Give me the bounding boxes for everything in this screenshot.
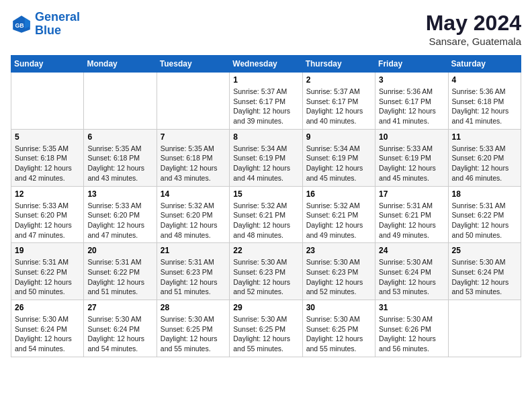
calendar-cell <box>11 73 84 130</box>
day-number: 8 <box>233 132 298 142</box>
day-info: Sunrise: 5:34 AM Sunset: 6:19 PM Dayligh… <box>233 144 298 183</box>
day-number: 16 <box>306 189 371 199</box>
week-row-5: 26Sunrise: 5:30 AM Sunset: 6:24 PM Dayli… <box>11 300 521 357</box>
day-info: Sunrise: 5:30 AM Sunset: 6:24 PM Dayligh… <box>452 257 517 297</box>
day-info: Sunrise: 5:33 AM Sunset: 6:20 PM Dayligh… <box>452 144 517 183</box>
day-number: 25 <box>452 246 517 255</box>
day-number: 6 <box>87 132 152 142</box>
day-number: 14 <box>161 189 226 199</box>
calendar-cell: 25Sunrise: 5:30 AM Sunset: 6:24 PM Dayli… <box>448 243 521 300</box>
col-friday: Friday <box>375 56 448 73</box>
day-info: Sunrise: 5:31 AM Sunset: 6:22 PM Dayligh… <box>452 201 517 240</box>
calendar-cell: 17Sunrise: 5:31 AM Sunset: 6:21 PM Dayli… <box>375 186 448 243</box>
week-row-1: 1Sunrise: 5:37 AM Sunset: 6:17 PM Daylig… <box>11 73 521 130</box>
calendar-cell: 19Sunrise: 5:31 AM Sunset: 6:22 PM Dayli… <box>11 243 84 300</box>
week-row-2: 5Sunrise: 5:35 AM Sunset: 6:18 PM Daylig… <box>11 129 521 186</box>
page-header: GB General Blue May 2024 Sansare, Guatem… <box>11 11 521 47</box>
day-number: 12 <box>15 189 80 199</box>
day-number: 23 <box>306 246 371 255</box>
calendar-cell: 28Sunrise: 5:30 AM Sunset: 6:25 PM Dayli… <box>157 300 229 357</box>
day-info: Sunrise: 5:36 AM Sunset: 6:17 PM Dayligh… <box>379 87 444 126</box>
day-info: Sunrise: 5:35 AM Sunset: 6:18 PM Dayligh… <box>161 144 226 183</box>
day-info: Sunrise: 5:30 AM Sunset: 6:26 PM Dayligh… <box>379 314 444 354</box>
calendar-cell <box>157 73 229 130</box>
calendar-cell: 6Sunrise: 5:35 AM Sunset: 6:18 PM Daylig… <box>84 129 157 186</box>
day-info: Sunrise: 5:30 AM Sunset: 6:25 PM Dayligh… <box>306 314 371 354</box>
day-info: Sunrise: 5:32 AM Sunset: 6:21 PM Dayligh… <box>306 201 371 240</box>
day-number: 30 <box>306 303 371 312</box>
col-monday: Monday <box>84 56 157 73</box>
calendar-cell: 23Sunrise: 5:30 AM Sunset: 6:23 PM Dayli… <box>302 243 375 300</box>
calendar-cell: 22Sunrise: 5:30 AM Sunset: 6:23 PM Dayli… <box>230 243 302 300</box>
calendar-cell: 7Sunrise: 5:35 AM Sunset: 6:18 PM Daylig… <box>157 129 229 186</box>
day-number: 13 <box>87 189 152 199</box>
calendar-table: Sunday Monday Tuesday Wednesday Thursday… <box>11 55 521 357</box>
calendar-cell: 9Sunrise: 5:34 AM Sunset: 6:19 PM Daylig… <box>302 129 375 186</box>
calendar-cell: 26Sunrise: 5:30 AM Sunset: 6:24 PM Dayli… <box>11 300 84 357</box>
calendar-cell: 2Sunrise: 5:37 AM Sunset: 6:17 PM Daylig… <box>302 73 375 130</box>
day-number: 22 <box>233 246 298 255</box>
day-number: 15 <box>233 189 298 199</box>
logo-icon: GB <box>11 13 32 35</box>
day-number: 5 <box>15 132 80 142</box>
calendar-cell: 5Sunrise: 5:35 AM Sunset: 6:18 PM Daylig… <box>11 129 84 186</box>
calendar-cell: 16Sunrise: 5:32 AM Sunset: 6:21 PM Dayli… <box>302 186 375 243</box>
day-info: Sunrise: 5:30 AM Sunset: 6:24 PM Dayligh… <box>15 314 80 354</box>
location-subtitle: Sansare, Guatemala <box>426 36 521 47</box>
calendar-cell: 11Sunrise: 5:33 AM Sunset: 6:20 PM Dayli… <box>448 129 521 186</box>
day-info: Sunrise: 5:32 AM Sunset: 6:20 PM Dayligh… <box>161 201 226 240</box>
calendar-cell: 10Sunrise: 5:33 AM Sunset: 6:19 PM Dayli… <box>375 129 448 186</box>
day-info: Sunrise: 5:30 AM Sunset: 6:25 PM Dayligh… <box>161 314 226 354</box>
day-info: Sunrise: 5:33 AM Sunset: 6:20 PM Dayligh… <box>15 201 80 240</box>
day-info: Sunrise: 5:31 AM Sunset: 6:23 PM Dayligh… <box>161 257 226 297</box>
day-number: 2 <box>306 75 371 85</box>
calendar-cell: 15Sunrise: 5:32 AM Sunset: 6:21 PM Dayli… <box>230 186 302 243</box>
day-number: 17 <box>379 189 444 199</box>
day-info: Sunrise: 5:33 AM Sunset: 6:19 PM Dayligh… <box>379 144 444 183</box>
day-info: Sunrise: 5:30 AM Sunset: 6:23 PM Dayligh… <box>306 257 371 297</box>
day-info: Sunrise: 5:31 AM Sunset: 6:21 PM Dayligh… <box>379 201 444 240</box>
day-info: Sunrise: 5:37 AM Sunset: 6:17 PM Dayligh… <box>306 87 371 126</box>
col-tuesday: Tuesday <box>157 56 229 73</box>
day-info: Sunrise: 5:32 AM Sunset: 6:21 PM Dayligh… <box>233 201 298 240</box>
logo: GB General Blue <box>11 11 80 38</box>
day-number: 19 <box>15 246 80 255</box>
day-info: Sunrise: 5:30 AM Sunset: 6:25 PM Dayligh… <box>233 314 298 354</box>
title-block: May 2024 Sansare, Guatemala <box>426 11 521 47</box>
day-number: 4 <box>452 75 517 85</box>
calendar-cell: 14Sunrise: 5:32 AM Sunset: 6:20 PM Dayli… <box>157 186 229 243</box>
day-number: 26 <box>15 303 80 312</box>
day-number: 10 <box>379 132 444 142</box>
day-number: 31 <box>379 303 444 312</box>
calendar-cell: 29Sunrise: 5:30 AM Sunset: 6:25 PM Dayli… <box>230 300 302 357</box>
calendar-cell <box>448 300 521 357</box>
calendar-cell <box>84 73 157 130</box>
month-year-title: May 2024 <box>426 11 521 36</box>
calendar-cell: 18Sunrise: 5:31 AM Sunset: 6:22 PM Dayli… <box>448 186 521 243</box>
day-number: 7 <box>161 132 226 142</box>
day-number: 9 <box>306 132 371 142</box>
day-info: Sunrise: 5:30 AM Sunset: 6:24 PM Dayligh… <box>379 257 444 297</box>
day-info: Sunrise: 5:36 AM Sunset: 6:18 PM Dayligh… <box>452 87 517 126</box>
day-info: Sunrise: 5:33 AM Sunset: 6:20 PM Dayligh… <box>87 201 152 240</box>
calendar-header-row: Sunday Monday Tuesday Wednesday Thursday… <box>11 56 521 73</box>
calendar-cell: 31Sunrise: 5:30 AM Sunset: 6:26 PM Dayli… <box>375 300 448 357</box>
day-info: Sunrise: 5:30 AM Sunset: 6:23 PM Dayligh… <box>233 257 298 297</box>
col-sunday: Sunday <box>11 56 84 73</box>
svg-text:GB: GB <box>15 22 24 29</box>
day-number: 21 <box>161 246 226 255</box>
day-info: Sunrise: 5:35 AM Sunset: 6:18 PM Dayligh… <box>87 144 152 183</box>
day-number: 28 <box>161 303 226 312</box>
week-row-3: 12Sunrise: 5:33 AM Sunset: 6:20 PM Dayli… <box>11 186 521 243</box>
day-info: Sunrise: 5:34 AM Sunset: 6:19 PM Dayligh… <box>306 144 371 183</box>
calendar-cell: 21Sunrise: 5:31 AM Sunset: 6:23 PM Dayli… <box>157 243 229 300</box>
calendar-cell: 13Sunrise: 5:33 AM Sunset: 6:20 PM Dayli… <box>84 186 157 243</box>
col-wednesday: Wednesday <box>230 56 302 73</box>
day-number: 1 <box>233 75 298 85</box>
day-number: 18 <box>452 189 517 199</box>
calendar-cell: 3Sunrise: 5:36 AM Sunset: 6:17 PM Daylig… <box>375 73 448 130</box>
day-info: Sunrise: 5:35 AM Sunset: 6:18 PM Dayligh… <box>15 144 80 183</box>
logo-text: General Blue <box>35 11 80 38</box>
day-info: Sunrise: 5:31 AM Sunset: 6:22 PM Dayligh… <box>15 257 80 297</box>
calendar-cell: 1Sunrise: 5:37 AM Sunset: 6:17 PM Daylig… <box>230 73 302 130</box>
